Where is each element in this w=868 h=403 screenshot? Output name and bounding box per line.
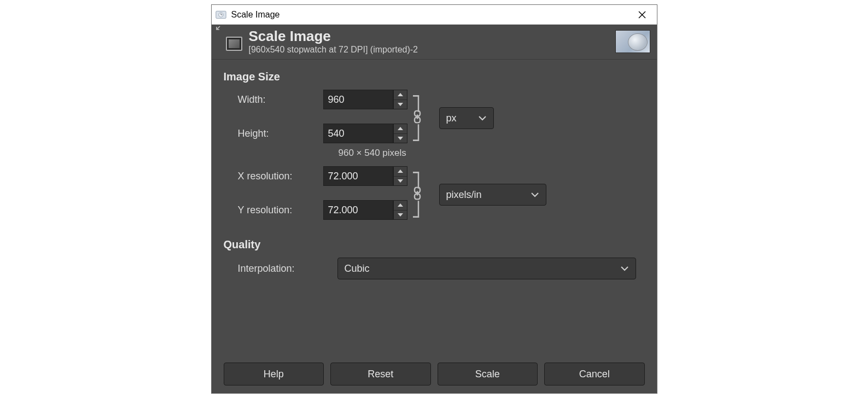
resolution-unit-select[interactable]: pixels/in: [439, 184, 546, 206]
content-area: Image Size Width:: [212, 60, 657, 363]
resolution-group: X resolution: Y resolution:: [224, 166, 645, 223]
yres-row: Y resolution:: [224, 200, 407, 220]
shrink-icon: [213, 26, 220, 33]
width-spin-down[interactable]: [394, 100, 407, 109]
dialog-title: Scale Image: [249, 28, 615, 45]
svg-marker-9: [398, 137, 403, 140]
yres-input[interactable]: [323, 200, 393, 220]
interpolation-select[interactable]: Cubic: [337, 258, 636, 279]
yres-spin-down[interactable]: [394, 211, 407, 220]
image-icon: [226, 37, 242, 51]
yres-label: Y resolution:: [224, 205, 323, 216]
xres-input[interactable]: [323, 166, 393, 186]
xres-label: X resolution:: [224, 171, 323, 182]
help-button[interactable]: Help: [224, 363, 324, 386]
scale-button[interactable]: Scale: [438, 363, 538, 386]
width-spin-up[interactable]: [394, 90, 407, 100]
height-spinbox: [323, 124, 407, 143]
size-unit-value: px: [446, 113, 457, 124]
height-spin-up[interactable]: [394, 124, 407, 134]
button-row: Help Reset Scale Cancel: [212, 363, 657, 393]
yres-spin-up[interactable]: [394, 201, 407, 211]
res-link-unit: [410, 166, 427, 223]
xres-spin-down[interactable]: [394, 177, 407, 186]
height-spin-down[interactable]: [394, 134, 407, 143]
xres-spin-up[interactable]: [394, 167, 407, 177]
height-label: Height:: [224, 128, 323, 139]
size-unit-select[interactable]: px: [439, 107, 494, 129]
width-input[interactable]: [323, 90, 393, 109]
width-spinbox: [323, 90, 407, 109]
dialog-body: Scale Image [960x540 stopwatch at 72 DPI…: [212, 25, 657, 393]
quality-heading: Quality: [224, 238, 645, 251]
width-row: Width:: [224, 90, 407, 109]
image-size-heading: Image Size: [224, 71, 645, 83]
close-button[interactable]: [630, 6, 655, 24]
xres-row: X resolution:: [224, 166, 407, 186]
svg-marker-16: [398, 213, 403, 217]
pixel-readout: 960 × 540 pixels: [339, 148, 645, 159]
height-row: Height:: [224, 124, 407, 143]
interpolation-label: Interpolation:: [224, 263, 337, 274]
interpolation-value: Cubic: [345, 263, 370, 274]
window-title: Scale Image: [231, 10, 630, 20]
chain-icon: [412, 110, 423, 124]
resolution-unit-value: pixels/in: [446, 189, 482, 201]
yres-spinbox: [323, 200, 407, 220]
dialog-subtitle: [960x540 stopwatch at 72 DPI] (imported)…: [249, 45, 615, 55]
titlebar: Scale Image: [212, 5, 657, 25]
interpolation-row: Interpolation: Cubic: [224, 258, 645, 279]
dialog-header: Scale Image [960x540 stopwatch at 72 DPI…: [212, 25, 657, 60]
app-icon: [215, 9, 227, 21]
size-group: Width: Height:: [224, 90, 645, 147]
cancel-button[interactable]: Cancel: [544, 363, 645, 386]
svg-marker-14: [398, 179, 403, 183]
image-thumbnail: [615, 30, 650, 53]
close-icon: [638, 11, 646, 19]
svg-marker-8: [398, 127, 403, 130]
reset-button[interactable]: Reset: [330, 363, 431, 386]
svg-marker-7: [398, 103, 403, 106]
size-link-unit: [410, 90, 427, 147]
header-text: Scale Image [960x540 stopwatch at 72 DPI…: [249, 28, 615, 55]
svg-marker-6: [398, 93, 403, 96]
chevron-down-icon: [478, 115, 487, 121]
size-chain-toggle[interactable]: [412, 110, 423, 126]
height-input[interactable]: [323, 124, 393, 143]
res-chain-toggle[interactable]: [412, 187, 423, 203]
chain-icon: [412, 187, 423, 200]
width-label: Width:: [224, 94, 323, 106]
chevron-down-icon: [620, 266, 629, 271]
svg-marker-13: [398, 170, 403, 173]
chevron-down-icon: [531, 192, 539, 197]
xres-spinbox: [323, 166, 407, 186]
scale-image-dialog: Scale Image Scale Image [960x540 stopwat…: [211, 4, 657, 394]
svg-marker-15: [398, 203, 403, 207]
